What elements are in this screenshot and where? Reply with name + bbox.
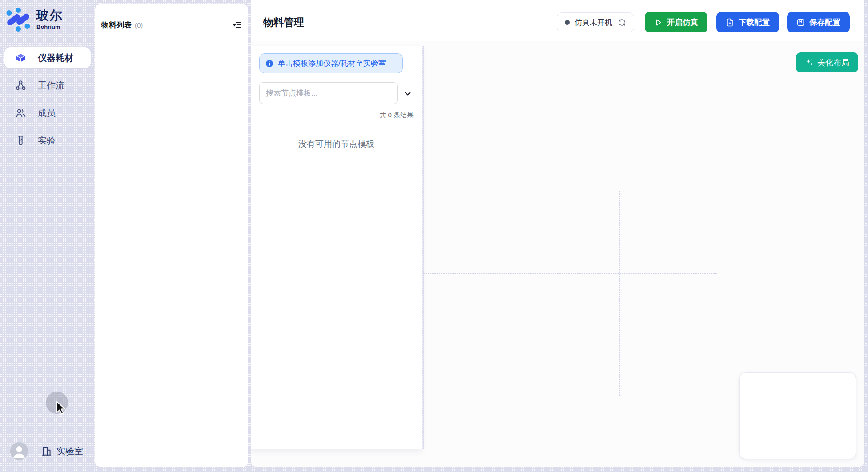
building-icon [41,445,52,457]
simulation-status-badge: 仿真未开机 [557,12,634,32]
collapse-panel-icon[interactable] [232,20,243,30]
members-icon [15,107,26,119]
main-header: 物料管理 仿真未开机 开启仿真 [251,0,864,41]
file-download-icon [726,18,734,27]
status-dot-icon [565,20,570,25]
info-banner: 单击模板添加仪器/耗材至实验室 [259,53,403,73]
sidebar-item-members[interactable]: 成员 [4,102,91,124]
simulation-status-text: 仿真未开机 [575,17,612,28]
brand-text: 玻尔 Bohrium [36,9,63,30]
minimap[interactable] [739,372,856,459]
canvas-guide-horizontal [423,273,717,274]
main-area: 物料管理 仿真未开机 开启仿真 [251,0,864,467]
empty-state-text: 没有可用的节点模板 [259,138,414,150]
cube-icon [15,52,26,64]
app-window: 玻尔 Bohrium 仪器耗材 [0,0,868,472]
sparkles-icon [805,58,813,67]
lab-switcher-label: 实验室 [56,445,83,457]
download-config-label: 下载配置 [739,17,770,28]
download-config-button[interactable]: 下载配置 [716,12,779,32]
play-icon [654,18,663,27]
start-simulation-label: 开启仿真 [667,17,698,28]
info-banner-text: 单击模板添加仪器/耗材至实验室 [278,58,386,68]
sidebar-item-label: 实验 [38,135,56,147]
template-search-row [259,82,414,104]
sidebar-item-instruments[interactable]: 仪器耗材 [4,47,91,68]
chevron-down-icon[interactable] [402,88,414,99]
canvas-guide-vertical [619,191,620,396]
save-icon [796,18,805,27]
search-input[interactable] [259,82,398,104]
sidebar-item-label: 仪器耗材 [38,52,73,64]
material-list-count: (0) [135,21,143,29]
brand-name: 玻尔 [36,9,63,23]
save-config-label: 保存配置 [809,17,840,28]
sidebar-item-experiment[interactable]: 实验 [4,130,91,151]
lab-canvas[interactable]: 单击模板添加仪器/耗材至实验室 共 0 条结果 没有可用的节点模板 [251,41,864,466]
info-icon [266,60,273,67]
experiment-icon [15,135,26,146]
sidebar-item-label: 工作流 [38,80,64,92]
material-list-title: 物料列表 [101,20,132,30]
brand-subtitle: Bohrium [36,24,63,30]
avatar[interactable] [10,442,28,460]
sidebar-footer: 实验室 [10,442,83,460]
material-list-header: 物料列表 (0) [95,4,248,30]
beautify-layout-button[interactable]: 美化布局 [796,52,858,72]
refresh-icon[interactable] [617,18,626,27]
start-simulation-button[interactable]: 开启仿真 [645,12,707,32]
sidebar: 玻尔 Bohrium 仪器耗材 [0,0,95,472]
material-list-panel: 物料列表 (0) [95,4,248,467]
workflow-icon [15,80,26,91]
brand-logo: 玻尔 Bohrium [6,7,63,32]
result-count: 共 0 条结果 [259,111,414,120]
node-template-panel: 单击模板添加仪器/耗材至实验室 共 0 条结果 没有可用的节点模板 [251,46,422,449]
sidebar-item-label: 成员 [38,107,56,119]
save-config-button[interactable]: 保存配置 [787,12,850,32]
panel-divider [422,46,424,449]
page-title: 物料管理 [263,16,304,29]
sidebar-item-workflow[interactable]: 工作流 [4,75,91,96]
bohrium-logo-icon [6,7,31,32]
lab-switcher[interactable]: 实验室 [41,445,83,457]
beautify-layout-label: 美化布局 [817,57,849,68]
sidebar-nav: 仪器耗材 工作流 [4,47,91,151]
